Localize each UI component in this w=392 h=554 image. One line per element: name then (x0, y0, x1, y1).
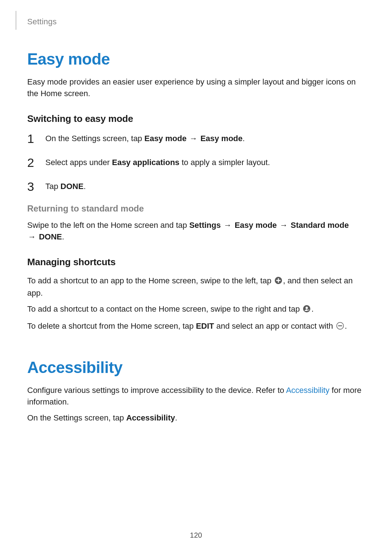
managing-l2-pre: To add a shortcut to a contact on the Ho… (27, 304, 302, 313)
managing-l3-mid: and select an app or contact with (214, 321, 335, 331)
svg-point-4 (306, 307, 308, 309)
page-content: Easy mode Easy mode provides an easier u… (27, 33, 365, 424)
step-2-text-pre: Select apps under (45, 158, 112, 167)
managing-l3-bold: EDIT (196, 321, 214, 331)
accessibility-link[interactable]: Accessibility (286, 386, 330, 395)
arrow-icon: → (277, 221, 291, 230)
subhead-managing: Managing shortcuts (27, 257, 365, 268)
section-title-easy-mode: Easy mode (27, 50, 365, 68)
arrow-icon: → (221, 221, 234, 230)
step-1-bold-1: Easy mode (144, 134, 187, 143)
subhead-switching: Switching to easy mode (27, 113, 365, 124)
accessibility-p2: On the Settings screen, tap Accessibilit… (27, 412, 365, 424)
managing-l3-pre: To delete a shortcut from the Home scree… (27, 321, 196, 331)
step-3-bold: DONE (61, 182, 84, 191)
svg-rect-9 (338, 325, 342, 326)
section-accessibility: Accessibility Configure various settings… (27, 358, 365, 424)
step-1-text-post: . (242, 134, 245, 143)
managing-line-2: To add a shortcut to a contact on the Ho… (27, 303, 365, 316)
minus-circle-icon (336, 321, 344, 333)
step-3-text-pre: Tap (45, 182, 61, 191)
managing-l2-post: . (311, 304, 314, 313)
header-rule (16, 11, 16, 30)
returning-pre: Swipe to the left on the Home screen and… (27, 221, 189, 230)
minorhead-returning: Returning to standard mode (27, 204, 365, 214)
manual-page: Settings Easy mode Easy mode provides an… (0, 0, 392, 554)
accessibility-p2-pre: On the Settings screen, tap (27, 413, 126, 422)
page-header: Settings (27, 11, 365, 33)
accessibility-p2-post: . (175, 413, 177, 422)
returning-b1: Settings (189, 221, 221, 230)
svg-rect-2 (276, 280, 281, 281)
step-2: Select apps under Easy applications to a… (27, 156, 365, 169)
managing-l1-pre: To add a shortcut to an app to the Home … (27, 276, 274, 285)
step-1-text-pre: On the Settings screen, tap (45, 134, 144, 143)
returning-b4: DONE (39, 232, 62, 241)
managing-line-3: To delete a shortcut from the Home scree… (27, 320, 365, 333)
page-number: 120 (0, 531, 392, 539)
step-2-bold: Easy applications (112, 158, 179, 167)
accessibility-p1-pre: Configure various settings to improve ac… (27, 386, 286, 395)
arrow-icon: → (27, 232, 39, 241)
managing-line-1: To add a shortcut to an app to the Home … (27, 275, 365, 299)
step-3: Tap DONE. (27, 180, 365, 193)
returning-paragraph: Swipe to the left on the Home screen and… (27, 219, 365, 243)
step-2-text-post: to apply a simpler layout. (179, 158, 270, 167)
accessibility-p2-bold: Accessibility (126, 413, 175, 422)
add-contact-icon (303, 304, 311, 316)
breadcrumb: Settings (27, 17, 57, 26)
plus-circle-icon (274, 276, 282, 288)
managing-l3-post: . (345, 321, 347, 331)
accessibility-p1: Configure various settings to improve ac… (27, 385, 365, 408)
step-3-text-post: . (83, 182, 86, 191)
switching-steps: On the Settings screen, tap Easy mode → … (27, 132, 365, 193)
returning-b3: Standard mode (291, 221, 349, 230)
svg-rect-7 (308, 310, 309, 310)
returning-b2: Easy mode (234, 221, 277, 230)
step-1-bold-2: Easy mode (200, 134, 242, 143)
returning-post: . (62, 232, 64, 241)
easy-mode-intro: Easy mode provides an easier user experi… (27, 76, 365, 99)
section-title-accessibility: Accessibility (27, 358, 365, 377)
step-1: On the Settings screen, tap Easy mode → … (27, 132, 365, 145)
arrow-icon: → (187, 134, 200, 143)
